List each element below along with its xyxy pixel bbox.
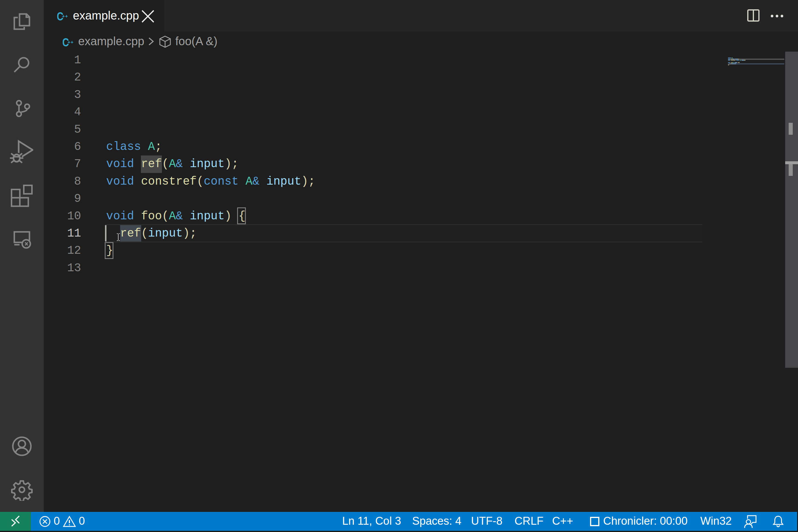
svg-text:+: + <box>71 39 74 45</box>
svg-text:+: + <box>62 14 65 19</box>
svg-text:+: + <box>68 39 71 45</box>
svg-text:+: + <box>65 14 68 19</box>
